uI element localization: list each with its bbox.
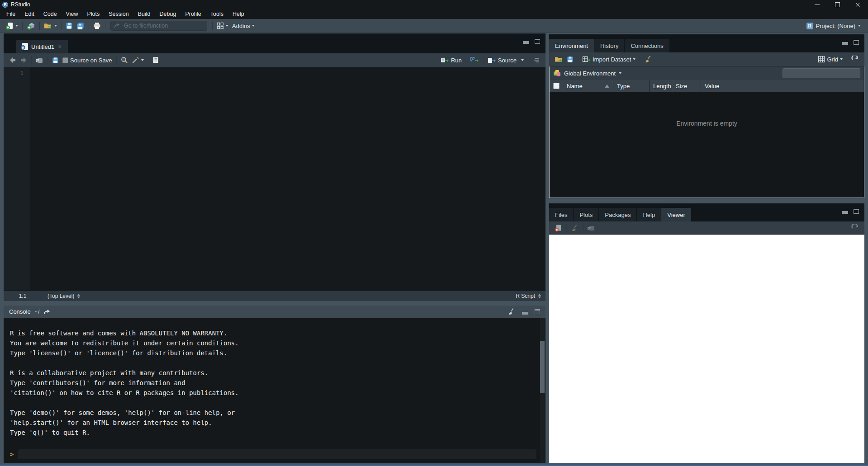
goto-directory-icon[interactable]: [43, 309, 51, 315]
column-header-value[interactable]: Value: [701, 80, 864, 92]
chevron-down-icon[interactable]: [619, 72, 621, 74]
tab-files[interactable]: Files: [549, 208, 573, 221]
column-header-type[interactable]: Type: [613, 80, 649, 92]
menu-tools[interactable]: Tools: [206, 9, 228, 19]
console-input[interactable]: [18, 449, 536, 459]
toolbar-separator: [847, 55, 847, 64]
clean-viewer-button[interactable]: [569, 223, 581, 233]
toolbar-separator: [566, 224, 567, 232]
maximize-pane-icon[interactable]: [535, 309, 540, 314]
toolbar-separator: [583, 224, 583, 232]
new-file-icon: [5, 22, 14, 30]
rstudio-logo-icon: R: [2, 2, 8, 8]
load-workspace-button[interactable]: [553, 55, 565, 64]
document-outline-button[interactable]: [531, 56, 542, 64]
editor-text-area[interactable]: [30, 67, 545, 290]
chevron-down-icon: [15, 25, 18, 27]
tab-untitled1[interactable]: R Untitled1 ×: [16, 40, 68, 53]
chevron-down-icon: [252, 25, 255, 27]
new-file-button[interactable]: [4, 21, 20, 31]
find-replace-button[interactable]: [119, 56, 130, 65]
minimize-pane-icon[interactable]: [842, 42, 848, 45]
menu-view[interactable]: View: [62, 9, 83, 19]
clear-environment-button[interactable]: [642, 55, 654, 64]
minimize-window-button[interactable]: [807, 0, 827, 9]
source-on-save-checkbox[interactable]: [62, 57, 68, 63]
scope-label: (Top Level): [47, 293, 74, 299]
menu-help[interactable]: Help: [228, 9, 249, 19]
code-tools-button[interactable]: [130, 56, 146, 65]
menu-edit[interactable]: Edit: [20, 9, 39, 19]
tab-help[interactable]: Help: [637, 208, 661, 221]
refresh-environment-button[interactable]: [849, 55, 861, 64]
menu-build[interactable]: Build: [133, 9, 155, 19]
import-dataset-button[interactable]: Import Dataset: [580, 55, 637, 64]
goto-file-input[interactable]: [123, 22, 204, 29]
filetype-selector[interactable]: R Script: [511, 291, 545, 301]
close-window-button[interactable]: [848, 0, 868, 9]
maximize-pane-icon[interactable]: [854, 209, 859, 214]
console-scrollbar-thumb[interactable]: [540, 341, 545, 393]
source-tabbar: R Untitled1 ×: [4, 33, 545, 53]
open-file-button[interactable]: [42, 21, 59, 30]
menu-debug[interactable]: Debug: [155, 9, 181, 19]
source-button[interactable]: Source: [486, 56, 526, 65]
environment-search-input[interactable]: [788, 70, 860, 77]
clear-viewer-button[interactable]: [553, 223, 564, 233]
select-all-checkbox[interactable]: [553, 83, 560, 89]
run-button[interactable]: Run: [439, 56, 464, 65]
save-button[interactable]: [64, 21, 75, 30]
addins-button[interactable]: Addins: [230, 22, 256, 30]
view-mode-button[interactable]: Grid: [816, 55, 844, 64]
addins-grid-button[interactable]: [215, 21, 230, 30]
toolbar-separator: [22, 22, 23, 30]
grid-view-icon: [818, 56, 825, 63]
code-editor[interactable]: 1: [4, 67, 545, 290]
column-header-length[interactable]: Length: [649, 80, 672, 92]
tab-history[interactable]: History: [594, 39, 624, 52]
tab-environment[interactable]: Environment: [549, 39, 594, 52]
compile-report-button[interactable]: [151, 56, 161, 65]
source-on-save-toggle[interactable]: Source on Save: [61, 56, 114, 65]
editor-gutter: 1: [4, 67, 30, 290]
forward-button[interactable]: [18, 56, 29, 64]
save-icon: [52, 57, 59, 64]
minimize-pane-icon[interactable]: [522, 312, 528, 315]
project-menu-button[interactable]: R Project: (None): [806, 23, 864, 29]
filetype-spinner-icon: [538, 294, 541, 298]
save-all-button[interactable]: [75, 21, 86, 31]
refresh-viewer-button[interactable]: [849, 223, 861, 233]
show-in-new-window-button[interactable]: [34, 56, 45, 65]
save-workspace-button[interactable]: [565, 55, 575, 64]
scope-selector[interactable]: (Top Level): [42, 293, 80, 299]
toolbar-separator: [212, 22, 213, 30]
menu-file[interactable]: File: [2, 9, 20, 19]
menu-session[interactable]: Session: [104, 9, 133, 19]
back-button[interactable]: [7, 56, 18, 64]
source-on-save-label: Source on Save: [70, 57, 112, 64]
maximize-pane-icon[interactable]: [535, 39, 540, 44]
console-output[interactable]: R is free software and comes with ABSOLU…: [4, 318, 545, 463]
rerun-button[interactable]: [469, 56, 481, 65]
console-line: Type 'demo()' for some demos, 'help()' f…: [10, 409, 545, 419]
tab-close-icon[interactable]: ×: [58, 43, 62, 50]
save-source-button[interactable]: [50, 56, 61, 65]
menu-plots[interactable]: Plots: [82, 9, 104, 19]
viewer-popout-button[interactable]: [586, 224, 597, 232]
menu-code[interactable]: Code: [39, 9, 62, 19]
tab-connections[interactable]: Connections: [625, 39, 669, 52]
minimize-pane-icon[interactable]: [523, 41, 529, 44]
maximize-window-button[interactable]: [827, 0, 848, 9]
tab-packages[interactable]: Packages: [599, 208, 636, 221]
minimize-pane-icon[interactable]: [842, 211, 848, 214]
tab-plots[interactable]: Plots: [574, 208, 598, 221]
source-pane-controls: [523, 38, 540, 44]
print-button[interactable]: [91, 21, 103, 30]
new-project-button[interactable]: [25, 21, 37, 31]
menu-profile[interactable]: Profile: [180, 9, 205, 19]
maximize-pane-icon[interactable]: [854, 40, 859, 45]
column-header-name[interactable]: Name: [563, 80, 613, 92]
column-header-size[interactable]: Size: [672, 80, 701, 92]
clear-console-broom-icon[interactable]: [508, 308, 516, 315]
tab-viewer[interactable]: Viewer: [661, 208, 691, 221]
